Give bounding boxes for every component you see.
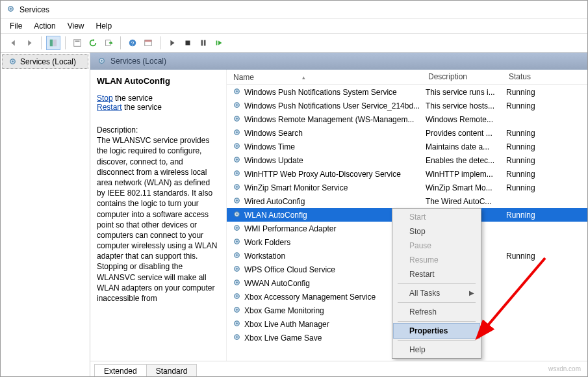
svg-point-42 bbox=[236, 240, 238, 242]
ctx-resume[interactable]: Resume bbox=[394, 253, 479, 267]
description-label: Description: bbox=[97, 125, 220, 135]
service-name-cell: Windows Update bbox=[227, 155, 422, 166]
titlebar: Services bbox=[1, 1, 587, 19]
svg-rect-5 bbox=[75, 41, 80, 42]
toolbar-separator bbox=[120, 36, 121, 49]
properties-button[interactable] bbox=[70, 36, 84, 50]
svg-point-38 bbox=[236, 213, 238, 215]
service-status-cell: Running bbox=[502, 156, 554, 165]
service-row[interactable]: Wired AutoConfigThe Wired AutoC... bbox=[227, 194, 587, 208]
service-name: WPS Office Cloud Service bbox=[244, 265, 335, 274]
restart-service-button[interactable] bbox=[212, 36, 226, 50]
tab-extended[interactable]: Extended bbox=[94, 364, 147, 377]
gear-icon bbox=[232, 141, 242, 153]
gear-icon bbox=[232, 209, 242, 221]
service-row[interactable]: WinZip Smart Monitor ServiceWinZip Smart… bbox=[227, 181, 587, 194]
ctx-alltasks-label: All Tasks bbox=[409, 289, 440, 298]
help-button[interactable]: ? bbox=[125, 36, 140, 50]
service-name-cell: Windows Search bbox=[227, 127, 422, 139]
service-row[interactable]: Windows Push Notifications System Servic… bbox=[227, 85, 587, 99]
export-button[interactable] bbox=[101, 36, 116, 50]
services-icon bbox=[97, 56, 107, 66]
column-headers: Name ▴ Description Status bbox=[227, 70, 587, 85]
selected-service-title: WLAN AutoConfig bbox=[97, 76, 220, 86]
column-name[interactable]: Name ▴ bbox=[227, 70, 422, 84]
svg-point-28 bbox=[236, 145, 238, 147]
service-desc-cell: This service runs i... bbox=[422, 88, 502, 97]
window-title: Services bbox=[19, 5, 49, 14]
restart-suffix: the service bbox=[122, 103, 162, 112]
service-name: Windows Push Notifications System Servic… bbox=[244, 88, 397, 97]
service-name: WMI Performance Adapter bbox=[244, 224, 336, 233]
ctx-start[interactable]: Start bbox=[394, 210, 479, 224]
svg-point-34 bbox=[236, 186, 238, 188]
menu-view[interactable]: View bbox=[68, 21, 84, 31]
menu-file[interactable]: File bbox=[10, 21, 22, 31]
services-icon bbox=[6, 4, 16, 16]
services-icon bbox=[8, 57, 18, 66]
column-status[interactable]: Status bbox=[502, 70, 554, 84]
service-name-cell: WinZip Smart Monitor Service bbox=[227, 182, 422, 194]
service-status-cell: Running bbox=[502, 88, 554, 97]
detail-body: WLAN AutoConfig Stop the service Restart… bbox=[90, 70, 587, 361]
forward-button[interactable] bbox=[22, 36, 36, 50]
ctx-refresh[interactable]: Refresh bbox=[394, 305, 479, 319]
ctx-help[interactable]: Help bbox=[394, 343, 479, 357]
stop-service-button[interactable] bbox=[181, 36, 195, 50]
service-row[interactable]: Windows Remote Management (WS-Managem...… bbox=[227, 112, 587, 126]
ctx-properties[interactable]: Properties bbox=[393, 323, 480, 339]
toolbar-separator bbox=[41, 36, 42, 49]
service-name: Xbox Game Monitoring bbox=[244, 306, 324, 315]
gear-icon bbox=[232, 86, 242, 98]
menu-action[interactable]: Action bbox=[34, 21, 55, 31]
ctx-separator bbox=[398, 283, 476, 284]
stop-link[interactable]: Stop bbox=[97, 94, 113, 103]
gear-icon bbox=[232, 264, 242, 276]
svg-rect-4 bbox=[74, 40, 81, 47]
svg-rect-12 bbox=[201, 40, 203, 46]
service-row[interactable]: Windows TimeMaintains date a...Running bbox=[227, 140, 587, 153]
column-description[interactable]: Description bbox=[422, 70, 502, 84]
service-name: Work Folders bbox=[244, 238, 290, 247]
service-status-cell: Running bbox=[502, 183, 554, 192]
restart-link[interactable]: Restart bbox=[97, 103, 122, 112]
service-row[interactable]: Windows UpdateEnables the detec...Runnin… bbox=[227, 153, 587, 167]
back-button[interactable] bbox=[6, 36, 21, 50]
tree-item-label: Services (Local) bbox=[20, 57, 76, 66]
service-status-cell: Running bbox=[502, 142, 554, 151]
ctx-restart[interactable]: Restart bbox=[394, 267, 479, 281]
menu-help[interactable]: Help bbox=[96, 21, 112, 31]
gear-icon bbox=[232, 237, 242, 248]
description-block: Description: The WLANSVC service provide… bbox=[97, 125, 220, 304]
calendar-button[interactable] bbox=[141, 36, 155, 50]
ctx-stop[interactable]: Stop bbox=[394, 224, 479, 239]
service-row[interactable]: Windows Push Notifications User Service_… bbox=[227, 99, 587, 112]
content-area: Services (Local) Services (Local) WLAN A… bbox=[1, 53, 587, 377]
service-name: Windows Push Notifications User Service_… bbox=[244, 101, 420, 110]
gear-icon bbox=[232, 168, 242, 180]
service-status-cell: Running bbox=[502, 129, 554, 138]
tab-bar: Extended Standard bbox=[90, 361, 587, 377]
svg-rect-11 bbox=[186, 41, 190, 46]
ctx-alltasks[interactable]: All Tasks▶ bbox=[394, 286, 479, 300]
start-service-button[interactable] bbox=[165, 36, 179, 50]
tree-pane: Services (Local) bbox=[1, 53, 90, 377]
service-desc-cell: WinHTTP implem... bbox=[422, 170, 502, 179]
gear-icon bbox=[232, 318, 242, 330]
service-row[interactable]: WinHTTP Web Proxy Auto-Discovery Service… bbox=[227, 167, 587, 181]
ctx-pause[interactable]: Pause bbox=[394, 239, 479, 253]
svg-point-46 bbox=[236, 268, 238, 270]
svg-point-22 bbox=[236, 104, 238, 106]
svg-rect-2 bbox=[50, 40, 53, 47]
tab-standard[interactable]: Standard bbox=[146, 364, 198, 377]
service-row[interactable]: Windows SearchProvides content ...Runnin… bbox=[227, 126, 587, 140]
tree-item-services-local[interactable]: Services (Local) bbox=[2, 54, 88, 69]
service-name-cell: Wired AutoConfig bbox=[227, 196, 422, 207]
svg-rect-10 bbox=[145, 40, 152, 42]
refresh-button[interactable] bbox=[86, 36, 100, 50]
service-name: Windows Search bbox=[244, 129, 303, 138]
pause-service-button[interactable] bbox=[196, 36, 211, 50]
service-desc-cell: Maintains date a... bbox=[422, 142, 502, 151]
detail-header-title: Services (Local) bbox=[110, 57, 166, 66]
show-tree-button[interactable] bbox=[46, 36, 60, 50]
